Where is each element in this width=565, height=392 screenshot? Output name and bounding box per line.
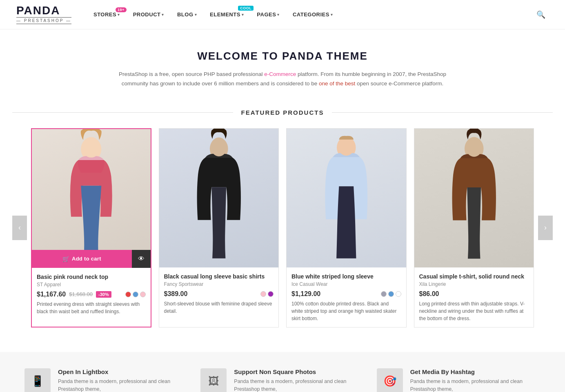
hero-link-best[interactable]: one of the best	[319, 80, 355, 87]
header: PANDA — PRESTASHOP — STORES ▾19+PRODUCT …	[0, 0, 565, 29]
product-desc-p1: Printed evening dress with straight slee…	[37, 301, 146, 315]
chevron-elements: ▾	[242, 13, 244, 17]
product-info-p4: Casual simple t-shirt, solid round neckX…	[414, 267, 534, 327]
price-current-p3: $1,129.00	[291, 290, 320, 298]
product-image-p2	[159, 129, 279, 267]
nav-label-blog: BLOG	[177, 11, 194, 18]
product-name-p1[interactable]: Basic pink round neck top	[37, 274, 146, 280]
product-figure-p2	[159, 129, 279, 267]
price-old-p1: $1,668.00	[69, 291, 93, 297]
quick-view-p1[interactable]: 👁	[132, 250, 151, 268]
product-card-p2: Black casual long sleeve basic shirtsFan…	[159, 128, 279, 327]
nav-label-pages: PAGES	[257, 11, 276, 18]
nav-label-elements: ELEMENTS	[210, 11, 240, 18]
product-card-p3: Blue white striped long sleeveIce Casual…	[286, 128, 407, 327]
feature-item-f3: 🎯Get Media By HashtagPanda theme is a mo…	[377, 368, 541, 392]
feature-item-f2: 🖼Support Non Square PhotosPanda theme is…	[200, 368, 364, 392]
nav-item-product[interactable]: PRODUCT ▾	[127, 8, 170, 21]
nav-item-stores[interactable]: STORES ▾19+	[88, 8, 126, 21]
product-name-p4[interactable]: Casual simple t-shirt, solid round neck	[419, 273, 529, 280]
product-info-p3: Blue white striped long sleeveIce Casual…	[287, 267, 406, 327]
nav-item-pages[interactable]: PAGES ▾	[251, 8, 285, 21]
product-action-bar-p1: 🛒Add to cart👁	[32, 250, 151, 268]
product-pricing-p2: $389.00	[164, 290, 274, 298]
product-brand-p4: Xila Lingerie	[419, 281, 529, 287]
nav-item-categories[interactable]: CATEGORIES ▾	[287, 8, 339, 21]
nav-badge-stores: 19+	[116, 7, 127, 12]
product-figure-p3	[287, 129, 406, 267]
next-arrow[interactable]: ›	[538, 216, 553, 240]
chevron-categories: ▾	[331, 13, 333, 17]
product-info-p2: Black casual long sleeve basic shirtsFan…	[159, 267, 279, 320]
product-desc-p3: 100% cotton double printed dress. Black …	[291, 300, 401, 322]
color-swatches-p1	[125, 292, 146, 297]
product-name-p2[interactable]: Black casual long sleeve basic shirts	[164, 273, 274, 280]
product-brand-p1: ST Apparel	[37, 282, 146, 287]
svg-point-1	[82, 137, 100, 158]
nav-item-elements[interactable]: ELEMENTS ▾Cool	[204, 8, 249, 21]
product-card-p1: 🛒Add to cart👁Basic pink round neck topST…	[31, 128, 151, 327]
svg-point-3	[211, 137, 227, 156]
product-image-p4	[414, 129, 534, 267]
product-brand-p2: Fancy Sportswear	[164, 281, 274, 287]
feature-item-f1: 📱Open In LightboxPanda theme is a modern…	[24, 368, 188, 392]
prev-arrow[interactable]: ‹	[12, 216, 27, 240]
product-pricing-p1: $1,167.60$1,668.00-30%	[37, 291, 146, 298]
chevron-blog: ▾	[195, 13, 197, 17]
hero-section: WELCOME TO PANDA THEME PrestaShop is a f…	[99, 29, 466, 101]
feature-text-f1: Open In LightboxPanda theme is a modern,…	[58, 368, 188, 392]
product-name-p3[interactable]: Blue white striped long sleeve	[291, 273, 401, 280]
products-grid: 🛒Add to cart👁Basic pink round neck topST…	[27, 128, 538, 327]
nav-label-product: PRODUCT	[133, 11, 161, 18]
feature-icon-f3: 🎯	[377, 368, 403, 392]
chevron-pages: ▾	[277, 13, 280, 17]
price-current-p2: $389.00	[164, 290, 188, 298]
svg-point-7	[465, 137, 482, 156]
add-to-cart-p1[interactable]: 🛒Add to cart	[32, 250, 132, 268]
feature-title-f3: Get Media By Hashtag	[410, 368, 541, 375]
nav-item-blog[interactable]: BLOG ▾	[171, 8, 202, 21]
feature-text-f2: Support Non Square PhotosPanda theme is …	[234, 368, 364, 392]
swatch-p2-0[interactable]	[260, 291, 266, 297]
hero-title: WELCOME TO PANDA THEME	[115, 50, 450, 62]
feature-title-f1: Open In Lightbox	[58, 368, 188, 375]
features-section: 📱Open In LightboxPanda theme is a modern…	[0, 352, 565, 392]
swatch-p1-2[interactable]	[140, 292, 146, 297]
feature-title-f2: Support Non Square Photos	[234, 368, 364, 375]
feature-desc-f1: Panda theme is a modern, professional an…	[58, 378, 188, 392]
add-cart-label: Add to cart	[72, 256, 101, 262]
hero-link-ecommerce[interactable]: e-Commerce	[264, 71, 296, 77]
swatch-p1-1[interactable]	[133, 292, 138, 297]
product-figure-p4	[414, 129, 534, 267]
feature-desc-f3: Panda theme is a modern, professional an…	[410, 378, 541, 392]
product-figure-p1	[32, 129, 151, 268]
featured-title: FEATURED PRODUCTS	[12, 109, 553, 116]
feature-text-f3: Get Media By HashtagPanda theme is a mod…	[410, 368, 541, 392]
main-nav: STORES ▾19+PRODUCT ▾BLOG ▾ELEMENTS ▾Cool…	[88, 8, 533, 21]
product-desc-p4: Long printed dress with thin adjustable …	[419, 300, 529, 322]
search-button[interactable]: 🔍	[533, 7, 549, 22]
hero-description: PrestaShop is a free, open source PHP ba…	[115, 70, 450, 89]
price-current-p4: $86.00	[419, 290, 439, 298]
color-swatches-p2	[260, 291, 274, 297]
chevron-stores: ▾	[118, 13, 120, 17]
product-desc-p2: Short-sleeved blouse with feminine drape…	[164, 300, 274, 315]
product-brand-p3: Ice Casual Wear	[291, 281, 401, 287]
swatch-p2-1[interactable]	[268, 291, 274, 297]
logo-subtitle: — PRESTASHOP —	[16, 17, 71, 24]
swatch-p3-1[interactable]	[388, 291, 394, 297]
feature-icon-f1: 📱	[24, 368, 51, 392]
discount-badge-p1: -30%	[96, 291, 111, 298]
logo-title: PANDA	[16, 5, 60, 16]
swatch-p3-0[interactable]	[381, 291, 387, 297]
color-swatches-p3	[381, 291, 401, 297]
product-info-p1: Basic pink round neck topST Apparel$1,16…	[32, 268, 151, 320]
feature-icon-f2: 🖼	[200, 368, 227, 392]
product-image-p3	[287, 129, 406, 267]
swatch-p3-2[interactable]	[396, 291, 401, 297]
chevron-product: ▾	[162, 13, 164, 17]
featured-products-section: FEATURED PRODUCTS ‹ 🛒Add to cart👁Basic p…	[0, 101, 565, 344]
product-image-p1: 🛒Add to cart👁	[32, 129, 151, 268]
swatch-p1-0[interactable]	[125, 292, 131, 297]
logo[interactable]: PANDA — PRESTASHOP —	[16, 5, 71, 24]
